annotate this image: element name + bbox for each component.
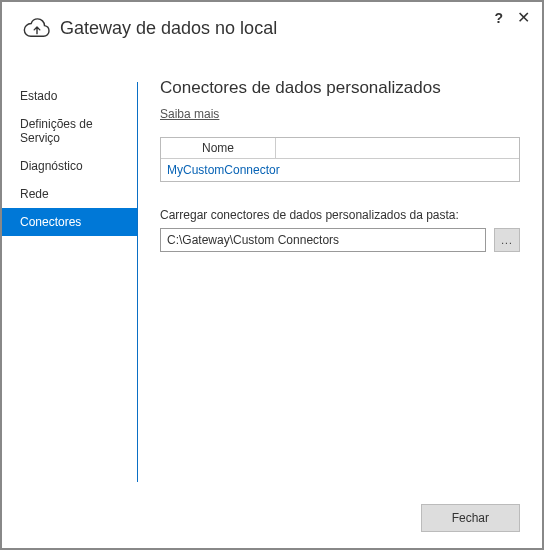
connectors-table: Nome MyCustomConnector (160, 137, 520, 182)
window-title: Gateway de dados no local (60, 18, 526, 39)
sidebar-item-diagnostico[interactable]: Diagnóstico (2, 152, 137, 180)
column-header-empty (276, 138, 519, 158)
sidebar-item-estado[interactable]: Estado (2, 82, 137, 110)
window-header: Gateway de dados no local (2, 2, 542, 46)
learn-more-link[interactable]: Saiba mais (160, 107, 219, 121)
connector-name-cell: MyCustomConnector (161, 159, 286, 181)
footer: Fechar (421, 504, 520, 532)
browse-button[interactable]: ... (494, 228, 520, 252)
section-title: Conectores de dados personalizados (160, 78, 520, 98)
folder-path-input[interactable] (160, 228, 486, 252)
window-close-button[interactable]: ✕ (513, 8, 534, 28)
content-pane: Conectores de dados personalizados Saiba… (138, 46, 542, 482)
sidebar-item-rede[interactable]: Rede (2, 180, 137, 208)
load-folder-label: Carregar conectores de dados personaliza… (160, 208, 520, 222)
table-row[interactable]: MyCustomConnector (161, 159, 519, 181)
column-header-name[interactable]: Nome (161, 138, 276, 158)
sidebar-item-definicoes[interactable]: Definições de Serviço (2, 110, 137, 152)
sidebar: Estado Definições de Serviço Diagnóstico… (2, 46, 137, 482)
cloud-upload-icon (22, 16, 52, 40)
sidebar-item-conectores[interactable]: Conectores (2, 208, 137, 236)
close-button[interactable]: Fechar (421, 504, 520, 532)
table-header: Nome (161, 138, 519, 159)
help-button[interactable]: ? (490, 8, 507, 28)
